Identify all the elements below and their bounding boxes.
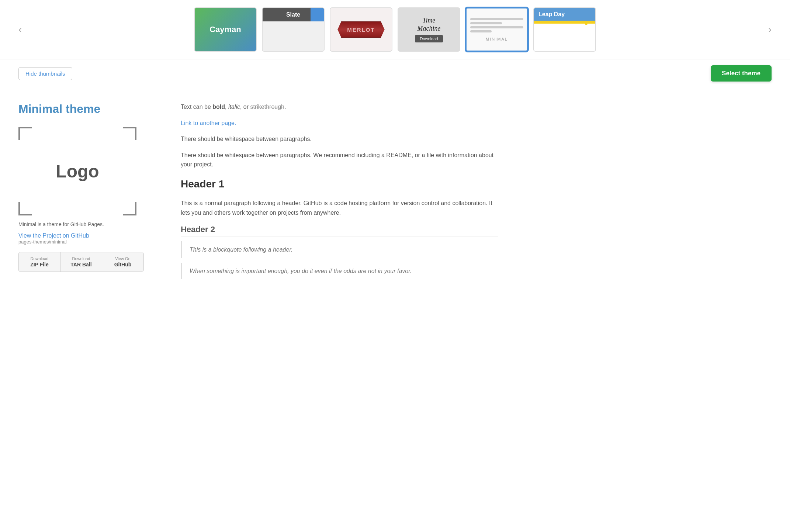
select-theme-button[interactable]: Select theme (711, 65, 772, 82)
timemachine-download-badge: Download (415, 35, 443, 42)
content-para-1: Text can be bold, italic, or strikethrou… (181, 102, 498, 112)
zip-label: Download (22, 256, 57, 261)
download-zip-button[interactable]: Download ZIP File (19, 252, 60, 272)
carousel-next-button[interactable]: › (765, 24, 775, 35)
theme-thumb-leapday[interactable]: Leap Day (533, 7, 596, 52)
tar-name: TAR Ball (63, 261, 99, 268)
bold-text: bold (212, 104, 225, 110)
logo-container: Logo (18, 127, 136, 215)
minimal-lines (470, 18, 523, 32)
content-para-2: There should be whitespace between parag… (181, 134, 498, 144)
main-content: Minimal theme Logo Minimal is a theme fo… (0, 87, 516, 298)
timemachine-title: TimeMachine (417, 17, 441, 32)
italic-text: italic (228, 104, 240, 110)
carousel-prev-button[interactable]: ‹ (15, 24, 25, 35)
content-link[interactable]: Link to another page. (181, 120, 236, 126)
github-name: GitHub (105, 261, 141, 268)
minimal-line-4 (470, 30, 492, 32)
theme-thumb-cayman[interactable]: Cayman (194, 7, 257, 52)
theme-thumb-timemachine[interactable]: TimeMachine Download (398, 7, 460, 52)
corner-bottom-right (123, 202, 136, 215)
corner-top-right (123, 127, 136, 140)
project-github-link[interactable]: View the Project on GitHub (18, 232, 155, 239)
content-header-2: Header 2 (181, 225, 498, 237)
leapday-header: Leap Day (534, 8, 595, 21)
content-para-3: There should be whitespace between parag… (181, 151, 498, 169)
minimal-label: MINIMAL (486, 37, 508, 41)
merlot-badge: MERLOT (337, 21, 384, 38)
github-label: View On (105, 256, 141, 261)
controls-row: Hide thumbnails Select theme (0, 59, 790, 87)
view-github-button[interactable]: View On GitHub (102, 252, 143, 272)
theme-thumb-slate[interactable]: Slate (262, 7, 325, 52)
download-tar-button[interactable]: Download TAR Ball (60, 252, 102, 272)
corner-bottom-left (18, 202, 32, 215)
corner-top-left (18, 127, 32, 140)
slate-header: Slate (263, 8, 324, 21)
blockquote-1: This is a blockquote following a header. (181, 241, 498, 258)
minimal-line-2 (470, 22, 502, 24)
minimal-line-1 (470, 18, 523, 20)
minimal-line-3 (470, 26, 523, 28)
hide-thumbnails-button[interactable]: Hide thumbnails (18, 67, 72, 80)
content-para-4: This is a normal paragraph following a h… (181, 198, 498, 217)
project-slug: pages-themes/minimal (18, 239, 155, 245)
theme-title: Minimal theme (18, 102, 155, 116)
blockquote-2: When something is important enough, you … (181, 263, 498, 280)
content-para-link: Link to another page. (181, 118, 498, 128)
theme-thumb-minimal[interactable]: MINIMAL (465, 7, 528, 52)
theme-description: Minimal is a theme for GitHub Pages. (18, 221, 155, 227)
content-area: Text can be bold, italic, or strikethrou… (173, 102, 498, 284)
content-header-1: Header 1 (181, 178, 498, 193)
theme-carousel: ‹ Cayman Slate MERLOT TimeMachine Downlo… (0, 0, 790, 59)
cayman-label: Cayman (209, 25, 241, 34)
leapday-accent (534, 21, 595, 24)
strikethrough-text: strikethrough (250, 104, 285, 110)
theme-thumbnails-list: Cayman Slate MERLOT TimeMachine Download… (29, 7, 760, 52)
zip-name: ZIP File (22, 261, 57, 268)
download-buttons-group: Download ZIP File Download TAR Ball View… (18, 252, 144, 272)
sidebar: Minimal theme Logo Minimal is a theme fo… (18, 102, 173, 284)
logo-corners (18, 127, 136, 215)
slate-body (263, 21, 324, 51)
tar-label: Download (63, 256, 99, 261)
theme-thumb-merlot[interactable]: MERLOT (330, 7, 392, 52)
leapday-body (534, 24, 595, 51)
